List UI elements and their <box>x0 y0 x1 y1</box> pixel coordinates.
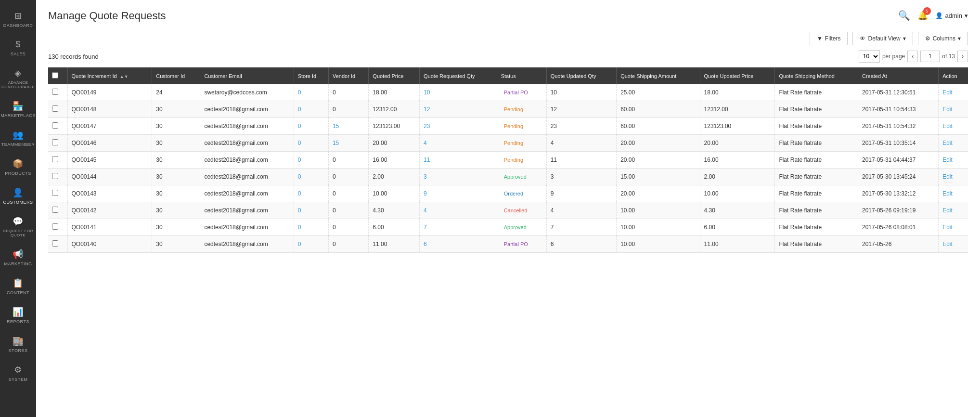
requested-qty-link[interactable]: 7 <box>424 224 427 231</box>
row-checkbox[interactable] <box>52 240 58 247</box>
row-checkbox[interactable] <box>52 122 58 129</box>
col-vendor-id: Vendor Id <box>328 67 368 84</box>
cell-quoted-price: 6.00 <box>369 219 420 236</box>
cell-quote-shipping-method: Flat Rate flatrate <box>775 135 858 152</box>
requested-qty-link[interactable]: 23 <box>424 123 430 130</box>
requested-qty-link[interactable]: 4 <box>424 207 427 214</box>
cell-status: Pending <box>497 118 546 135</box>
cell-quote-updated-qty: 11 <box>546 152 616 169</box>
store-id-link[interactable]: 0 <box>298 224 301 231</box>
sidebar-item-label: Stores <box>9 348 28 353</box>
table-row: QO00149 24 swetaroy@cedcoss.com 0 0 18.0… <box>48 84 968 101</box>
cell-store-id: 0 <box>294 202 328 219</box>
requested-qty-link[interactable]: 12 <box>424 106 430 113</box>
row-checkbox[interactable] <box>52 139 58 145</box>
filters-button[interactable]: ▼ Filters <box>810 32 848 45</box>
notification-bell[interactable]: 🔔 5 <box>917 10 928 21</box>
cell-vendor-id: 0 <box>328 202 368 219</box>
cell-quote-updated-qty: 12 <box>546 101 616 118</box>
requested-qty-link[interactable]: 9 <box>424 190 427 197</box>
edit-link[interactable]: Edit <box>942 89 953 96</box>
edit-link[interactable]: Edit <box>942 106 953 113</box>
current-page-input[interactable] <box>920 51 940 62</box>
store-id-link[interactable]: 0 <box>298 190 301 197</box>
row-checkbox[interactable] <box>52 156 58 162</box>
sidebar-item-system[interactable]: ⚙ System <box>0 359 36 388</box>
cell-quoted-price: 10.00 <box>369 185 420 202</box>
sidebar-item-advance-configurable[interactable]: ◈ Advance Configurable <box>0 62 36 95</box>
next-page-button[interactable]: › <box>957 51 968 62</box>
sidebar-item-content[interactable]: 📋 Content <box>0 272 36 301</box>
cell-store-id: 0 <box>294 185 328 202</box>
row-checkbox-cell <box>48 118 67 135</box>
edit-link[interactable]: Edit <box>942 156 953 163</box>
table-row: QO00140 30 cedtest2018@gmail.com 0 0 11.… <box>48 236 968 253</box>
sidebar-item-products[interactable]: 📦 Products <box>0 153 36 182</box>
cell-quote-increment-id: QO00146 <box>67 135 152 152</box>
cell-quote-requested-qty: 3 <box>420 169 497 185</box>
sidebar-item-sales[interactable]: $ Sales <box>0 34 36 62</box>
store-id-link[interactable]: 0 <box>298 156 301 163</box>
col-quote-shipping-amount: Quote Shipping Amount <box>617 67 700 84</box>
col-label: Quote Increment Id <box>72 73 117 79</box>
vendor-id-value[interactable]: 15 <box>333 123 339 130</box>
requested-qty-link[interactable]: 10 <box>424 89 430 96</box>
cell-status: Ordered <box>497 185 546 202</box>
cell-quote-shipping-method: Flat Rate flatrate <box>775 118 858 135</box>
requested-qty-link[interactable]: 4 <box>424 140 427 146</box>
cell-quote-updated-qty: 4 <box>546 135 616 152</box>
row-checkbox[interactable] <box>52 89 58 95</box>
admin-user-menu[interactable]: 👤 admin ▾ <box>935 12 968 19</box>
sidebar-item-marketing[interactable]: 📢 Marketing <box>0 243 36 272</box>
row-checkbox[interactable] <box>52 190 58 196</box>
sidebar-item-dashboard[interactable]: ⊞ Dashboard <box>0 5 36 34</box>
store-id-link[interactable]: 0 <box>298 89 301 96</box>
store-id-link[interactable]: 0 <box>298 173 301 180</box>
edit-link[interactable]: Edit <box>942 207 953 214</box>
sidebar-item-teammember[interactable]: 👥 Teammember <box>0 124 36 153</box>
cell-quote-shipping-method: Flat Rate flatrate <box>775 236 858 253</box>
sidebar-item-marketplace[interactable]: 🏪 Marketplace <box>0 95 36 124</box>
default-view-button[interactable]: 👁 Default View ▾ <box>852 32 913 45</box>
vendor-id-value[interactable]: 15 <box>333 140 339 146</box>
per-page-select[interactable]: 10 20 50 <box>859 50 880 63</box>
store-id-link[interactable]: 0 <box>298 123 301 130</box>
edit-link[interactable]: Edit <box>942 123 953 130</box>
search-icon[interactable]: 🔍 <box>898 10 910 21</box>
edit-link[interactable]: Edit <box>942 173 953 180</box>
gear-icon: ⚙ <box>925 35 930 42</box>
row-checkbox[interactable] <box>52 223 58 230</box>
columns-button[interactable]: ⚙ Columns ▾ <box>918 32 968 45</box>
stores-icon: 🏬 <box>13 336 24 346</box>
sidebar-item-customers[interactable]: 👤 Customers <box>0 182 36 210</box>
store-id-link[interactable]: 0 <box>298 241 301 248</box>
cell-quote-shipping-method: Flat Rate flatrate <box>775 219 858 236</box>
edit-link[interactable]: Edit <box>942 140 953 146</box>
col-quote-increment-id: Quote Increment Id ▲▼ <box>67 67 152 84</box>
requested-qty-link[interactable]: 6 <box>424 241 427 248</box>
edit-link[interactable]: Edit <box>942 224 953 231</box>
store-id-link[interactable]: 0 <box>298 207 301 214</box>
cell-customer-id: 30 <box>152 202 200 219</box>
row-checkbox[interactable] <box>52 173 58 179</box>
requested-qty-link[interactable]: 3 <box>424 173 427 180</box>
row-checkbox-cell <box>48 185 67 202</box>
sidebar-item-request-for-quote[interactable]: 💬 Request For Quote <box>0 210 36 243</box>
cell-quote-shipping-amount: 20.00 <box>617 152 700 169</box>
row-checkbox[interactable] <box>52 207 58 213</box>
cell-customer-id: 30 <box>152 236 200 253</box>
edit-link[interactable]: Edit <box>942 190 953 197</box>
select-all-checkbox[interactable] <box>52 72 58 78</box>
cell-quoted-price: 123123.00 <box>369 118 420 135</box>
cell-vendor-id: 0 <box>328 84 368 101</box>
sidebar-item-stores[interactable]: 🏬 Stores <box>0 330 36 359</box>
store-id-link[interactable]: 0 <box>298 106 301 113</box>
prev-page-button[interactable]: ‹ <box>907 51 918 62</box>
store-id-link[interactable]: 0 <box>298 140 301 146</box>
sidebar-item-label: Sales <box>11 52 26 56</box>
row-checkbox[interactable] <box>52 105 58 112</box>
requested-qty-link[interactable]: 11 <box>424 156 430 163</box>
sidebar-item-reports[interactable]: 📊 Reports <box>0 301 36 330</box>
edit-link[interactable]: Edit <box>942 241 953 248</box>
cell-customer-id: 30 <box>152 101 200 118</box>
